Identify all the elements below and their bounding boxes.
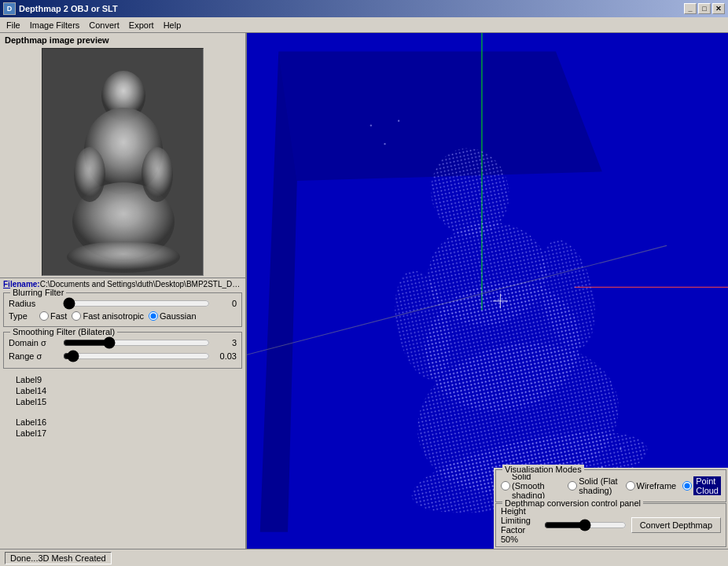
range-label: Range σ — [9, 351, 60, 361]
blurring-filter-panel: Blurring Filter Radius 0 Type Fast — [3, 292, 242, 327]
radius-value: 0 — [213, 299, 237, 308]
domain-slider-container — [63, 337, 210, 348]
status-bar: Done...3D Mesh Created — [0, 549, 728, 566]
view-panel[interactable]: Visualisation Modes Solid (Smooth shadin… — [247, 33, 728, 549]
vis-solid-flat-label: Solid (Flat shading) — [579, 476, 619, 495]
menu-image-filters[interactable]: Image Filters — [25, 19, 85, 31]
vis-point-cloud[interactable]: Point Cloud — [682, 476, 721, 495]
vis-solid-smooth[interactable]: Solid (Smooth shading) — [501, 472, 561, 500]
radio-gaussian-input[interactable] — [149, 311, 158, 321]
vis-solid-smooth-label: Solid (Smooth shading) — [512, 472, 561, 500]
title-bar: D Depthmap 2 OBJ or SLT _ □ ✕ — [0, 0, 728, 17]
radio-solid-smooth[interactable] — [501, 481, 510, 491]
close-button[interactable]: ✕ — [712, 3, 725, 14]
smoothing-filter-title: Smoothing Filter (Bilateral) — [10, 327, 117, 336]
app-title: Depthmap 2 OBJ or SLT — [19, 4, 118, 13]
convert-depthmap-button[interactable]: Convert Depthmap — [631, 517, 721, 533]
domain-row: Domain σ 3 — [9, 337, 237, 348]
radio-fast-label: Fast — [50, 311, 67, 321]
radio-point-cloud[interactable] — [682, 481, 692, 491]
radio-fast-anisotropic[interactable]: Fast anisotropic — [72, 311, 144, 321]
vis-wireframe[interactable]: Wireframe — [626, 481, 677, 491]
menu-convert[interactable]: Convert — [84, 19, 124, 31]
title-bar-left: D Depthmap 2 OBJ or SLT — [3, 2, 118, 15]
filename-value: C:\Documents and Settings\duth\Desktop\B… — [40, 280, 245, 289]
radio-solid-flat[interactable] — [568, 481, 577, 491]
label-item-15: Label15 — [16, 396, 230, 407]
type-radio-group: Fast Fast anisotropic Gaussian — [39, 311, 197, 321]
blurring-filter-title: Blurring Filter — [10, 288, 66, 297]
domain-slider[interactable] — [63, 337, 210, 348]
range-value: 0.03 — [213, 351, 237, 361]
range-slider-container — [63, 351, 210, 362]
radius-slider-container — [63, 298, 210, 309]
type-row: Type Fast Fast anisotropic Gaussian — [9, 311, 237, 321]
label-item-17: Label17 — [16, 428, 230, 439]
height-slider[interactable] — [544, 520, 626, 531]
svg-point-23 — [398, 120, 399, 122]
title-buttons[interactable]: _ □ ✕ — [684, 3, 725, 14]
range-row: Range σ 0.03 — [9, 351, 237, 362]
bottom-area: Visualisation Modes Solid (Smooth shadin… — [494, 468, 728, 549]
domain-label: Domain σ — [9, 338, 60, 347]
svg-point-6 — [142, 147, 173, 202]
maximize-button[interactable]: □ — [698, 3, 711, 14]
menu-help[interactable]: Help — [159, 19, 186, 31]
radio-fast-input[interactable] — [39, 311, 49, 321]
label-item-16: Label16 — [16, 417, 230, 428]
radio-fast[interactable]: Fast — [39, 311, 67, 321]
height-label: Height Limiting Factor 50% — [501, 506, 539, 544]
minimize-button[interactable]: _ — [684, 3, 697, 14]
vis-solid-flat[interactable]: Solid (Flat shading) — [568, 476, 619, 495]
vis-point-cloud-label: Point Cloud — [693, 476, 721, 495]
menu-bar: File Image Filters Convert Export Help — [0, 17, 728, 33]
statue-preview-svg — [42, 49, 204, 276]
depthmap-control-title: Depthmap conversion control panel — [502, 498, 643, 508]
status-text: Done...3D Mesh Created — [5, 552, 112, 564]
svg-point-5 — [74, 147, 105, 202]
depthmap-control-bar: Depthmap conversion control panel Height… — [495, 503, 726, 547]
range-slider[interactable] — [63, 351, 210, 362]
preview-label: Depthmap image preview — [0, 33, 245, 46]
radio-gaussian-label: Gaussian — [160, 311, 196, 321]
vis-modes-title: Visualisation Modes — [502, 465, 584, 474]
image-preview — [42, 48, 204, 276]
svg-point-4 — [67, 241, 180, 273]
menu-export[interactable]: Export — [124, 19, 159, 31]
smoothing-filter-panel: Smoothing Filter (Bilateral) Domain σ 3 … — [3, 332, 242, 369]
label-item-14: Label14 — [16, 385, 230, 396]
vis-modes-bar: Visualisation Modes Solid (Smooth shadin… — [495, 469, 726, 502]
svg-marker-8 — [278, 52, 601, 182]
svg-point-22 — [384, 143, 385, 145]
menu-file[interactable]: File — [2, 19, 25, 31]
vis-wireframe-label: Wireframe — [637, 481, 677, 491]
label-item-9: Label9 — [16, 374, 230, 385]
radius-slider[interactable] — [63, 298, 210, 309]
radio-wireframe[interactable] — [626, 481, 635, 491]
radio-fast-anisotropic-input[interactable] — [72, 311, 81, 321]
svg-point-21 — [370, 124, 372, 126]
radius-label: Radius — [9, 299, 60, 308]
labels-area: Label9 Label14 Label15 Label16 Label17 — [0, 371, 245, 549]
domain-value: 3 — [213, 338, 237, 347]
radio-gaussian[interactable]: Gaussian — [149, 311, 196, 321]
app-icon: D — [3, 2, 16, 15]
radio-fast-anisotropic-label: Fast anisotropic — [83, 311, 144, 321]
type-label: Type — [9, 311, 36, 321]
main-layout: Depthmap image preview — [0, 33, 728, 549]
svg-point-24 — [620, 448, 621, 450]
left-panel: Depthmap image preview — [0, 33, 247, 549]
radius-row: Radius 0 — [9, 298, 237, 309]
